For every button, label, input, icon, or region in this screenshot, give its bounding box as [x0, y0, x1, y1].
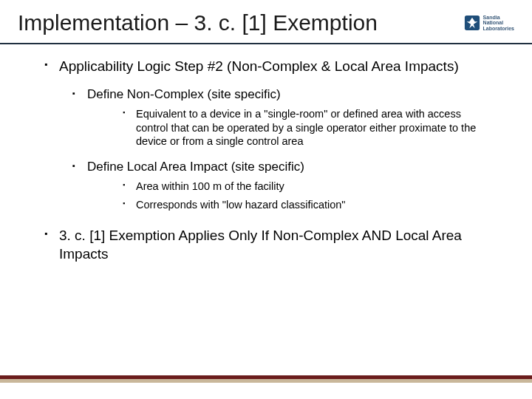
- list-item: Area within 100 m of the facility: [123, 180, 488, 194]
- logo-line3: Laboratories: [483, 26, 514, 31]
- list-item: Applicability Logic Step #2 (Non-Complex…: [44, 58, 488, 212]
- sandia-logo: Sandia National Laboratories: [464, 15, 514, 31]
- item-text: 3. c. [1] Exemption Applies Only If Non-…: [59, 228, 462, 262]
- slide-title: Implementation – 3. c. [1] Exemption: [18, 10, 464, 35]
- list-item: Define Non-Complex (site specific) Equiv…: [72, 86, 488, 149]
- thunderbird-icon: [464, 15, 480, 31]
- list-item: Define Local Area Impact (site specific)…: [72, 159, 488, 212]
- content-area: Applicability Logic Step #2 (Non-Complex…: [0, 44, 532, 263]
- list-item: Equivalent to a device in a "single-room…: [123, 107, 488, 149]
- item-text: Area within 100 m of the facility: [136, 180, 284, 192]
- item-text: Applicability Logic Step #2 (Non-Complex…: [59, 58, 459, 74]
- item-text: Corresponds with "low hazard classificat…: [136, 199, 346, 211]
- item-text: Define Non-Complex (site specific): [87, 87, 281, 101]
- slide: Implementation – 3. c. [1] Exemption San…: [0, 0, 532, 399]
- list-item: 3. c. [1] Exemption Applies Only If Non-…: [44, 227, 488, 263]
- item-text: Define Local Area Impact (site specific): [87, 160, 304, 174]
- bullet-list: Applicability Logic Step #2 (Non-Complex…: [44, 58, 488, 263]
- list-item: Corresponds with "low hazard classificat…: [123, 198, 488, 212]
- title-row: Implementation – 3. c. [1] Exemption San…: [0, 0, 532, 40]
- logo-text: Sandia National Laboratories: [483, 15, 514, 31]
- item-text: Equivalent to a device in a "single-room…: [136, 108, 476, 148]
- footer-bar-light: [0, 379, 532, 383]
- footer-accent: [0, 375, 532, 383]
- logo-line1: Sandia: [483, 15, 514, 20]
- logo-line2: National: [483, 20, 514, 25]
